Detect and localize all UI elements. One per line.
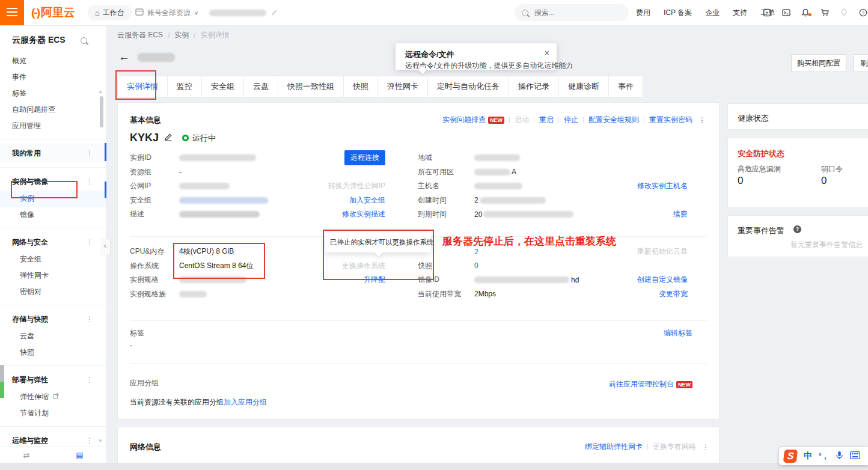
sidebar-item-eni[interactable]: 弹性网卡 bbox=[0, 267, 106, 284]
sidebar-item-security-group[interactable]: 安全组 bbox=[0, 251, 106, 267]
sidebar-scrollbar-thumb[interactable] bbox=[100, 96, 103, 127]
keyboard-icon[interactable] bbox=[850, 451, 860, 461]
sidebar-item-label: 弹性伸缩 bbox=[20, 392, 49, 401]
topbar-menu-enterprise[interactable]: 企业 bbox=[705, 8, 720, 18]
tab-monitoring[interactable]: 监控 bbox=[168, 76, 202, 97]
app-center-icon[interactable] bbox=[762, 8, 772, 17]
back-arrow-icon[interactable]: ← bbox=[118, 50, 130, 64]
reset-password-link[interactable]: 重置实例密码 bbox=[649, 115, 692, 125]
dock-panel-icon[interactable]: ▤ bbox=[76, 451, 83, 460]
tab-scheduled-tasks[interactable]: 定时与自动化任务 bbox=[428, 76, 509, 97]
tab-health-diagnosis[interactable]: 健康诊断 bbox=[559, 76, 609, 97]
cart-icon[interactable] bbox=[820, 8, 830, 17]
reboot-instance-link[interactable]: 重启 bbox=[539, 115, 554, 125]
breadcrumb-parent[interactable]: 实例 bbox=[174, 30, 189, 40]
sogou-logo-icon[interactable]: S bbox=[783, 450, 798, 463]
sidebar-section-deploy[interactable]: 部署与弹性⋮ bbox=[0, 371, 106, 389]
swap-icon[interactable]: ⇄ bbox=[23, 451, 29, 460]
edit-name-icon[interactable] bbox=[164, 133, 173, 143]
sidebar-item-auto-scaling[interactable]: 弹性伸缩 bbox=[0, 389, 106, 405]
snapshot-count-value[interactable]: 0 bbox=[474, 261, 478, 270]
redacted-instance-title bbox=[138, 53, 175, 62]
vuln-value[interactable]: 0 bbox=[738, 175, 743, 187]
ime-punctuation-toggle[interactable]: °， bbox=[819, 451, 829, 462]
more-icon[interactable]: ⋮ bbox=[86, 310, 93, 328]
more-actions-icon[interactable]: ⋮ bbox=[698, 116, 706, 124]
sidebar-item-disk[interactable]: 云盘 bbox=[0, 328, 106, 344]
configure-sg-rules-link[interactable]: 配置安全组规则 bbox=[588, 115, 639, 125]
more-icon[interactable]: ⋮ bbox=[86, 172, 93, 191]
buy-same-config-button[interactable]: 购买相同配置 bbox=[791, 54, 846, 72]
microphone-icon[interactable] bbox=[836, 451, 843, 462]
row-label: 实例规格 bbox=[130, 275, 179, 285]
cloudshell-icon[interactable] bbox=[781, 8, 791, 17]
tab-disk[interactable]: 云盘 bbox=[244, 76, 278, 97]
more-icon[interactable]: ⋮ bbox=[86, 233, 93, 251]
more-icon[interactable]: ⋮ bbox=[86, 371, 93, 389]
tab-snapshot[interactable]: 快照 bbox=[344, 76, 378, 97]
weak-password-value[interactable]: 0 bbox=[821, 175, 827, 187]
search-input[interactable] bbox=[533, 8, 614, 17]
sidebar-item-app-mgmt[interactable]: 应用管理 bbox=[0, 118, 106, 134]
sidebar-item-troubleshoot[interactable]: 自助问题排查 bbox=[0, 102, 106, 118]
sidebar-item-tags[interactable]: 标签 bbox=[0, 85, 106, 102]
account-scope-dropdown[interactable]: 账号全部资源 ∨ bbox=[135, 0, 198, 25]
app-console-link[interactable]: 前往应用管理控制台 bbox=[609, 379, 674, 389]
topbar-menu-support[interactable]: 支持 bbox=[733, 8, 747, 18]
ime-mode-toggle[interactable]: 中 bbox=[804, 451, 812, 462]
tab-instance-detail[interactable]: 实例详情 bbox=[118, 76, 168, 97]
row-label: 公网IP bbox=[130, 181, 179, 191]
close-icon[interactable]: × bbox=[545, 48, 549, 58]
sidebar-section-instance-image[interactable]: 实例与镜像⋮ bbox=[0, 172, 106, 191]
aliyun-logo[interactable]: (-) 阿里云 bbox=[31, 0, 75, 25]
breadcrumb-root[interactable]: 云服务器 ECS bbox=[117, 30, 163, 40]
bind-eni-link[interactable]: 绑定辅助弹性网卡 bbox=[585, 442, 643, 452]
join-app-group-link[interactable]: 加入应用分组 bbox=[224, 397, 267, 407]
help-icon[interactable]: ? bbox=[858, 8, 868, 17]
tab-eni[interactable]: 弹性网卡 bbox=[378, 76, 428, 97]
lightbulb-icon[interactable] bbox=[839, 8, 849, 17]
workspace-button[interactable]: ⌂ 工作台 bbox=[88, 5, 132, 20]
row-spec-family: 实例规格族 bbox=[130, 287, 385, 302]
create-custom-image-link[interactable]: 创建自定义镜像 bbox=[637, 275, 688, 285]
more-actions-icon[interactable]: ⋮ bbox=[702, 443, 709, 451]
sidebar-item-savings-plan[interactable]: 节省计划 bbox=[0, 405, 106, 421]
disk-count-value[interactable]: 2 bbox=[474, 248, 478, 256]
sidebar-item-snapshot[interactable]: 快照 bbox=[0, 344, 106, 361]
topbar-menu-fee[interactable]: 费用 bbox=[636, 8, 650, 18]
sidebar-section-network[interactable]: 网络与安全⋮ bbox=[0, 233, 106, 251]
scroll-down-icon[interactable]: ▼ bbox=[98, 438, 103, 444]
sidebar-item-label: 概览 bbox=[12, 56, 26, 65]
instance-diagnose-link[interactable]: 实例问题排查 bbox=[442, 115, 486, 125]
sidebar-section-storage[interactable]: 存储与快照⋮ bbox=[0, 310, 106, 328]
modify-description-link[interactable]: 修改实例描述 bbox=[342, 209, 385, 219]
edit-pencil-icon[interactable] bbox=[270, 8, 278, 17]
scroll-up-icon[interactable]: ▲ bbox=[98, 89, 103, 94]
help-circle-icon[interactable]: ? bbox=[793, 225, 801, 233]
topbar-menu-icp[interactable]: ICP 备案 bbox=[664, 8, 692, 18]
sidebar-item-overview[interactable]: 概览 bbox=[0, 53, 106, 69]
sidebar-item-image[interactable]: 镜像 bbox=[0, 207, 106, 223]
renew-link[interactable]: 续费 bbox=[673, 209, 688, 219]
stop-instance-link[interactable]: 停止 bbox=[564, 115, 578, 125]
refresh-button[interactable]: 刷新 bbox=[854, 54, 868, 72]
tab-security-group[interactable]: 安全组 bbox=[202, 76, 244, 97]
sidebar-collapse-handle[interactable]: < bbox=[100, 239, 111, 255]
product-menu-button[interactable] bbox=[0, 0, 24, 25]
edit-tags-link[interactable]: 编辑标签 bbox=[664, 328, 692, 338]
remote-connect-button[interactable]: 远程连接 bbox=[344, 150, 385, 165]
sidebar-item-events[interactable]: 事件 bbox=[0, 69, 106, 85]
sidebar-item-instance[interactable]: 实例 bbox=[0, 191, 106, 207]
notification-bell-icon[interactable] bbox=[801, 8, 810, 17]
tab-snapshot-group[interactable]: 快照一致性组 bbox=[278, 76, 344, 97]
more-icon[interactable]: ⋮ bbox=[86, 144, 93, 162]
modify-hostname-link[interactable]: 修改实例主机名 bbox=[637, 181, 688, 191]
sidebar-search-icon[interactable] bbox=[81, 37, 87, 44]
join-security-group-link[interactable]: 加入安全组 bbox=[349, 195, 385, 206]
upgrade-downgrade-link[interactable]: 升降配 bbox=[364, 275, 385, 285]
tab-operation-log[interactable]: 操作记录 bbox=[509, 76, 559, 97]
tab-events[interactable]: 事件 bbox=[609, 76, 643, 97]
change-bandwidth-link[interactable]: 变更带宽 bbox=[659, 289, 688, 299]
sidebar-item-keypair[interactable]: 密钥对 bbox=[0, 284, 106, 300]
sidebar-section-favorites[interactable]: 我的常用⋮ bbox=[0, 144, 106, 162]
